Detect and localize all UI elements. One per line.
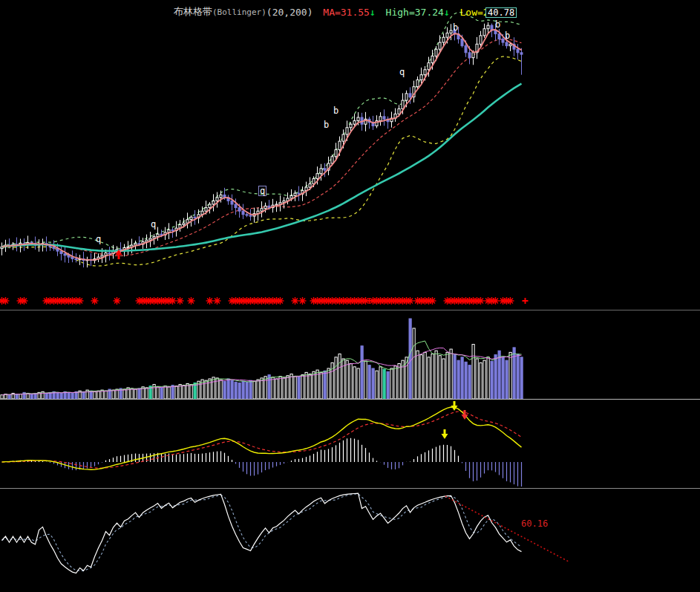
- volume-bar: [249, 380, 252, 399]
- volume-bar: [431, 354, 434, 399]
- volume-bar: [138, 388, 140, 399]
- volume-bar: [428, 357, 430, 399]
- signal-asterisk: [299, 297, 307, 305]
- volume-bar: [123, 389, 125, 399]
- signal-row-canvas[interactable]: [0, 293, 700, 310]
- candle-up: [209, 204, 211, 208]
- candle-up: [450, 30, 452, 33]
- candle-up: [431, 56, 434, 62]
- volume-bar: [68, 392, 70, 399]
- candle-down: [506, 42, 508, 46]
- candle-up: [424, 70, 426, 75]
- candle-down: [60, 251, 62, 253]
- signal-asterisk: [188, 297, 195, 305]
- candle-down: [235, 204, 237, 208]
- volume-bar: [357, 368, 359, 399]
- candle-down: [324, 169, 326, 170]
- volume-bar: [416, 351, 419, 399]
- candle-letter-q: q: [96, 235, 101, 244]
- candle-up: [483, 29, 485, 36]
- volume-bar: [379, 367, 382, 399]
- candle-down: [71, 257, 73, 258]
- candle-up: [335, 150, 337, 157]
- candle-up: [316, 174, 318, 179]
- candle-down: [465, 46, 467, 53]
- candle-up: [402, 100, 404, 108]
- macd-panel-canvas[interactable]: [0, 400, 700, 488]
- signal-asterisk: [2, 297, 10, 305]
- candle-up: [420, 75, 422, 80]
- volume-bar: [494, 355, 497, 399]
- volume-bar: [257, 380, 259, 399]
- signal-asterisk: [21, 297, 28, 305]
- oscillator-panel-canvas[interactable]: [0, 489, 700, 592]
- sell-signal-arrow: [451, 401, 458, 411]
- volume-bar: [353, 367, 356, 399]
- candle-letter-b: b: [324, 120, 329, 129]
- candle-up: [353, 121, 356, 125]
- volume-bar: [309, 374, 311, 399]
- signal-asterisk: [429, 297, 436, 305]
- candle-up: [509, 44, 511, 45]
- volume-bar: [223, 381, 226, 399]
- candle-up: [216, 198, 218, 201]
- volume-bar: [175, 386, 177, 399]
- candle-up: [331, 157, 333, 163]
- candle-down: [520, 53, 523, 54]
- candle-up: [290, 196, 292, 198]
- volume-bar: [435, 351, 437, 399]
- volume-bar: [491, 361, 493, 399]
- volume-bar: [461, 357, 463, 399]
- volume-bar: [105, 391, 107, 399]
- volume-bar: [342, 359, 344, 399]
- candle-down: [383, 117, 385, 119]
- volume-bar: [290, 374, 292, 399]
- candle-up: [350, 124, 352, 128]
- candle-up: [313, 179, 315, 184]
- candle-up: [294, 193, 296, 195]
- volume-bar: [60, 393, 62, 399]
- candle-up: [442, 37, 445, 42]
- candle-up: [405, 94, 408, 100]
- ma-value-label: MA=31.55: [323, 7, 370, 18]
- candle-up: [338, 141, 341, 149]
- candle-up: [487, 25, 489, 29]
- volume-bar: [283, 378, 285, 399]
- candle-up: [346, 128, 348, 134]
- signal-asterisk: [277, 297, 284, 305]
- volume-bar: [313, 371, 315, 399]
- bollinger-middle-band: [2, 39, 522, 256]
- candle-down: [249, 215, 252, 216]
- volume-bar: [279, 377, 281, 399]
- candle-up: [212, 201, 215, 204]
- volume-bar: [272, 377, 274, 399]
- signal-asterisk: [91, 297, 99, 305]
- volume-bar: [294, 377, 296, 399]
- signal-asterisk: [492, 297, 500, 305]
- trendline-value-label: 60.16: [521, 518, 548, 529]
- volume-bar: [301, 375, 304, 399]
- panel-separator: [0, 310, 700, 310]
- signal-plus: [523, 298, 529, 304]
- candle-up: [264, 206, 266, 208]
- volume-bar: [398, 363, 400, 399]
- volume-bar: [160, 388, 163, 399]
- candle-up: [149, 238, 151, 240]
- volume-bar: [94, 391, 96, 399]
- volume-bar: [465, 362, 467, 399]
- volume-bar: [253, 381, 255, 399]
- candle-down: [468, 53, 471, 58]
- volume-bar: [506, 360, 508, 399]
- volume-bar: [368, 365, 370, 399]
- price-panel-canvas[interactable]: [0, 0, 700, 293]
- candle-up: [205, 208, 207, 212]
- volume-bar: [442, 359, 445, 399]
- candle-up: [105, 253, 107, 255]
- volume-bar: [298, 377, 300, 399]
- volume-bar: [476, 359, 478, 399]
- candle-down: [298, 193, 300, 194]
- volume-bar: [131, 388, 133, 399]
- candle-letter-q: q: [151, 220, 156, 229]
- volume-panel-canvas[interactable]: [0, 311, 700, 399]
- volume-bar: [450, 349, 452, 399]
